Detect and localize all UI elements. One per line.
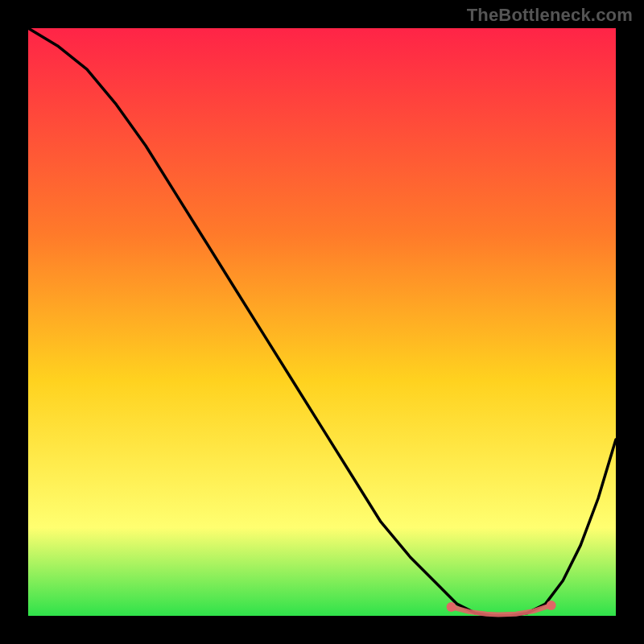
valley-marker-dot — [547, 601, 556, 610]
plot-background — [28, 28, 616, 616]
watermark-label: TheBottleneck.com — [467, 5, 633, 26]
bottleneck-chart — [0, 0, 644, 644]
valley-marker-dot — [447, 602, 456, 612]
chart-container: TheBottleneck.com — [0, 0, 644, 644]
